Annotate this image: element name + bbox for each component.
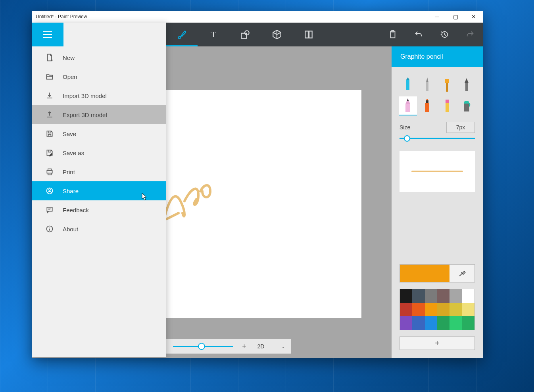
- export-icon: [45, 110, 54, 119]
- tab-brush[interactable]: [166, 23, 198, 46]
- save-icon: [45, 129, 54, 138]
- history-icon: [440, 30, 449, 39]
- feedback-icon: [45, 206, 54, 214]
- svg-rect-5: [406, 80, 409, 90]
- menu-item-label: About: [63, 226, 78, 233]
- tab-shapes[interactable]: [229, 23, 261, 46]
- undo-button[interactable]: [405, 23, 431, 46]
- menu-item-about[interactable]: About: [32, 219, 166, 238]
- palette-swatch[interactable]: [462, 316, 474, 330]
- menu-item-open[interactable]: Open: [32, 67, 166, 86]
- brush-fill[interactable]: [458, 96, 476, 115]
- menu-item-save[interactable]: Save: [32, 124, 166, 143]
- brush-oil[interactable]: [438, 76, 456, 95]
- palette-swatch[interactable]: [400, 316, 412, 330]
- size-value: 7px: [456, 124, 465, 131]
- saveas-icon: [45, 148, 54, 157]
- view-mode-select[interactable]: 2D ⌄: [257, 343, 285, 350]
- minimize-button[interactable]: ─: [428, 11, 446, 23]
- svg-rect-7: [426, 82, 428, 91]
- menu-item-saveas[interactable]: Save as: [32, 143, 166, 162]
- print-icon: [45, 167, 54, 176]
- import-icon: [45, 91, 54, 100]
- brush-spray[interactable]: [419, 96, 437, 115]
- palette-swatch[interactable]: [437, 303, 449, 316]
- history-button[interactable]: [431, 23, 457, 46]
- palette-swatch[interactable]: [412, 289, 425, 303]
- clipboard-icon: [388, 30, 397, 39]
- svg-rect-12: [465, 83, 468, 91]
- tab-3d[interactable]: [261, 23, 293, 46]
- brush-calligraphy[interactable]: [419, 76, 437, 95]
- brush-marker[interactable]: [399, 76, 417, 95]
- palette-swatch[interactable]: [412, 316, 425, 330]
- menu-item-label: Import 3D model: [63, 92, 107, 99]
- menu-item-label: Export 3D model: [63, 111, 107, 118]
- palette-swatch[interactable]: [412, 303, 425, 316]
- palette-swatch[interactable]: [437, 289, 449, 303]
- add-color-button[interactable]: +: [400, 336, 475, 350]
- tab-text[interactable]: T: [198, 23, 229, 46]
- eyedropper-button[interactable]: [449, 265, 474, 282]
- svg-point-22: [49, 189, 50, 190]
- menu-item-label: Share: [63, 188, 79, 194]
- svg-marker-14: [407, 98, 409, 101]
- chevron-down-icon: ⌄: [281, 344, 285, 349]
- share-icon: [45, 186, 54, 195]
- close-button[interactable]: ✕: [465, 11, 483, 23]
- zoom-in-button[interactable]: +: [241, 342, 248, 351]
- paste-button[interactable]: [380, 23, 405, 46]
- titlebar: Untitled* - Paint Preview ─ ▢ ✕: [32, 11, 483, 23]
- undo-icon: [414, 30, 423, 39]
- menu-toggle-button[interactable]: [32, 23, 63, 46]
- app-menu: NewOpenImport 3D modelExport 3D modelSav…: [32, 23, 166, 357]
- size-slider[interactable]: [400, 138, 475, 139]
- size-label: Size: [400, 124, 410, 131]
- palette-swatch[interactable]: [437, 316, 449, 330]
- app-window: Untitled* - Paint Preview ─ ▢ ✕ T: [32, 11, 483, 358]
- svg-rect-15: [405, 104, 410, 112]
- palette-swatch[interactable]: [400, 289, 412, 303]
- brush-ink[interactable]: [458, 76, 476, 95]
- svg-rect-9: [445, 79, 449, 83]
- cube-icon: [272, 29, 282, 40]
- drawing-scribble: [163, 177, 242, 225]
- palette-swatch[interactable]: [462, 303, 474, 316]
- svg-rect-0: [241, 33, 246, 38]
- menu-item-import[interactable]: Import 3D model: [32, 86, 166, 105]
- menu-item-label: Feedback: [63, 207, 89, 213]
- menu-item-feedback[interactable]: Feedback: [32, 200, 166, 219]
- current-color[interactable]: [400, 265, 449, 282]
- zoom-slider[interactable]: [173, 346, 232, 347]
- svg-rect-18: [426, 99, 428, 100]
- brush-pencil[interactable]: [399, 96, 417, 115]
- palette-swatch[interactable]: [449, 303, 462, 316]
- palette-swatch[interactable]: [425, 289, 437, 303]
- svg-marker-6: [406, 77, 409, 80]
- eyedropper-icon: [458, 269, 466, 277]
- menu-item-export[interactable]: Export 3D model: [32, 105, 166, 124]
- color-palette: [400, 289, 475, 330]
- svg-rect-19: [446, 100, 449, 103]
- palette-swatch[interactable]: [400, 303, 412, 316]
- palette-swatch[interactable]: [425, 303, 437, 316]
- palette-swatch[interactable]: [425, 316, 437, 330]
- svg-rect-10: [446, 83, 448, 92]
- brush-eraser-pencil[interactable]: [438, 96, 456, 115]
- menu-item-print[interactable]: Print: [32, 162, 166, 181]
- tab-canvas[interactable]: [293, 23, 325, 46]
- redo-button[interactable]: [457, 23, 483, 46]
- menu-item-new[interactable]: New: [32, 48, 166, 67]
- open-icon: [45, 72, 54, 81]
- about-icon: [45, 225, 54, 233]
- svg-rect-17: [426, 100, 428, 103]
- maximize-button[interactable]: ▢: [446, 11, 465, 23]
- canvas-icon: [303, 29, 314, 40]
- palette-swatch[interactable]: [462, 289, 474, 303]
- svg-rect-16: [425, 103, 429, 112]
- shapes-icon: [240, 29, 250, 40]
- palette-swatch[interactable]: [449, 289, 462, 303]
- size-value-box[interactable]: 7px: [446, 122, 475, 133]
- palette-swatch[interactable]: [449, 316, 462, 330]
- svg-rect-20: [446, 103, 449, 112]
